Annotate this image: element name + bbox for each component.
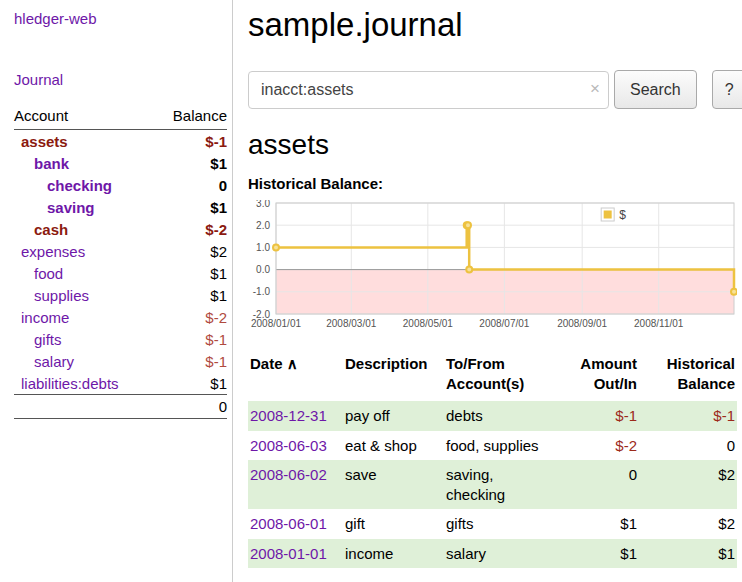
transaction-date-link[interactable]: 2008-12-31	[250, 407, 327, 424]
register-amount-cell: $-2	[561, 431, 639, 461]
register-row: 2008-12-31pay offdebts$-1$-1	[248, 401, 737, 431]
account-link[interactable]: liabilities:debts	[21, 375, 119, 392]
chart-x-tick-label: 2008/09/01	[557, 318, 607, 329]
account-row: gifts$-1	[14, 328, 227, 350]
account-row: supplies$1	[14, 284, 227, 306]
account-row: salary$-1	[14, 350, 227, 372]
search-button[interactable]: Search	[614, 70, 697, 109]
account-link[interactable]: gifts	[34, 331, 62, 348]
register-date-cell: 2008-01-01	[248, 539, 343, 569]
accounts-total-spacer	[14, 395, 154, 419]
account-link[interactable]: checking	[47, 177, 112, 194]
register-row: 2008-06-02savesaving, checking0$2	[248, 460, 737, 509]
accounts-col-account: Account	[14, 105, 154, 130]
register-balance-cell: $1	[639, 539, 737, 569]
account-row: saving$1	[14, 196, 227, 218]
sidebar: hledger-web Journal Account Balance asse…	[0, 0, 233, 582]
chart-point	[273, 244, 279, 250]
account-link[interactable]: expenses	[21, 243, 85, 260]
register-col-accounts: To/From Account(s)	[444, 354, 561, 401]
chart-x-tick-label: 2008/01/01	[251, 318, 301, 329]
register-accounts-cell: saving, checking	[444, 460, 561, 509]
chart-x-tick-label: 2008/07/01	[479, 318, 529, 329]
account-heading: assets	[248, 129, 742, 161]
account-balance: 0	[154, 174, 227, 196]
register-balance-cell: 0	[639, 431, 737, 461]
accounts-total-balance: 0	[154, 395, 227, 419]
transaction-date-link[interactable]: 2008-06-02	[250, 466, 327, 483]
register-date-cell: 2008-06-03	[248, 431, 343, 461]
transaction-date-link[interactable]: 2008-06-01	[250, 515, 327, 532]
account-row: bank$1	[14, 152, 227, 174]
account-row: assets$-1	[14, 130, 227, 153]
help-button[interactable]: ?	[712, 70, 742, 109]
chart-y-tick-label: 3.0	[256, 200, 270, 209]
account-name-cell: checking	[14, 174, 154, 196]
clear-search-icon[interactable]: ×	[590, 80, 600, 97]
chart-title: Historical Balance:	[248, 175, 742, 192]
account-balance: $1	[154, 372, 227, 395]
register-balance-cell: $2	[639, 509, 737, 539]
accounts-col-balance: Balance	[154, 105, 227, 130]
account-balance: $-1	[154, 350, 227, 372]
account-name-cell: liabilities:debts	[14, 372, 154, 395]
account-row: food$1	[14, 262, 227, 284]
account-balance: $-1	[154, 130, 227, 153]
register-date-cell: 2008-12-31	[248, 401, 343, 431]
main-content: sample.journal × Search ? assets Histori…	[233, 0, 742, 582]
register-col-description: Description	[343, 354, 444, 401]
account-name-cell: supplies	[14, 284, 154, 306]
account-name-cell: salary	[14, 350, 154, 372]
search-box: ×	[248, 71, 609, 109]
transaction-date-link[interactable]: 2008-01-01	[250, 545, 327, 562]
account-balance: $1	[154, 262, 227, 284]
account-link[interactable]: cash	[34, 221, 68, 238]
journal-link[interactable]: Journal	[14, 71, 63, 88]
account-link[interactable]: bank	[34, 155, 69, 172]
chart-x-tick-label: 2008/05/01	[403, 318, 453, 329]
account-link[interactable]: saving	[47, 199, 95, 216]
register-amount-cell: $1	[561, 509, 639, 539]
chart-y-tick-label: 0.0	[256, 264, 270, 275]
register-accounts-cell: salary	[444, 539, 561, 569]
register-balance-cell: $2	[639, 460, 737, 509]
accounts-header-row: Account Balance	[14, 105, 227, 130]
register-row: 2008-06-03eat & shopfood, supplies$-20	[248, 431, 737, 461]
register-description-cell: save	[343, 460, 444, 509]
account-name-cell: income	[14, 306, 154, 328]
account-row: expenses$2	[14, 240, 227, 262]
account-name-cell: bank	[14, 152, 154, 174]
account-link[interactable]: income	[21, 309, 69, 326]
register-col-amount: Amount Out/In	[561, 354, 639, 401]
register-accounts-cell: food, supplies	[444, 431, 561, 461]
historical-balance-chart-svg: 3.02.01.00.0-1.0-2.02008/01/012008/03/01…	[248, 200, 737, 334]
page-title: sample.journal	[248, 6, 742, 44]
transaction-date-link[interactable]: 2008-06-03	[250, 437, 327, 454]
accounts-table: Account Balance assets$-1bank$1checking0…	[14, 105, 227, 419]
register-date-cell: 2008-06-01	[248, 509, 343, 539]
account-link[interactable]: assets	[21, 133, 68, 150]
accounts-total-row: 0	[14, 395, 227, 419]
chart-y-tick-label: 2.0	[256, 220, 270, 231]
chart-x-tick-label: 2008/03/01	[326, 318, 376, 329]
account-name-cell: cash	[14, 218, 154, 240]
account-link[interactable]: food	[34, 265, 63, 282]
register-col-date[interactable]: Date ∧	[248, 354, 343, 401]
app-title-link[interactable]: hledger-web	[14, 10, 97, 27]
register-row: 2008-06-01giftgifts$1$2	[248, 509, 737, 539]
account-row: income$-2	[14, 306, 227, 328]
register-header-row: Date ∧ Description To/From Account(s) Am…	[248, 354, 737, 401]
search-input[interactable]	[248, 71, 609, 109]
register-accounts-cell: gifts	[444, 509, 561, 539]
account-balance: $-1	[154, 328, 227, 350]
account-link[interactable]: supplies	[34, 287, 89, 304]
register-date-cell: 2008-06-02	[248, 460, 343, 509]
hledger-web-app: hledger-web Journal Account Balance asse…	[0, 0, 742, 582]
account-balance: $-2	[154, 306, 227, 328]
account-link[interactable]: salary	[34, 353, 74, 370]
register-col-balance: Historical Balance	[639, 354, 737, 401]
register-col-date-label: Date	[250, 355, 283, 372]
search-bar: × Search ?	[248, 70, 742, 109]
account-row: liabilities:debts$1	[14, 372, 227, 395]
register-description-cell: eat & shop	[343, 431, 444, 461]
